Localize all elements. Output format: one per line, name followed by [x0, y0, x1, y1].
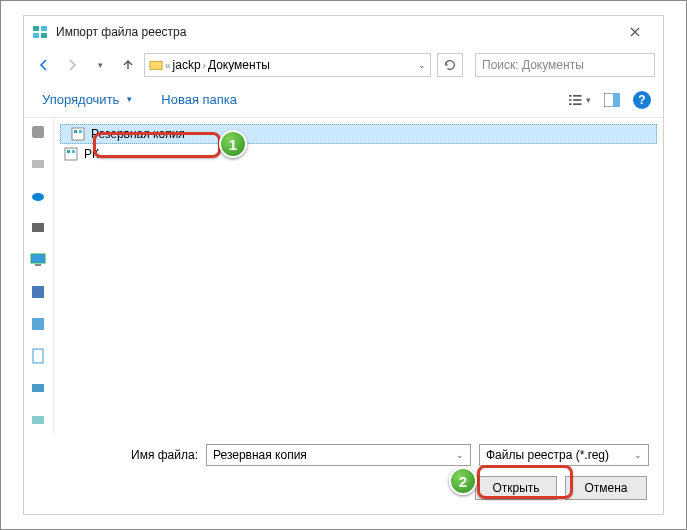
svg-rect-12 — [613, 93, 620, 107]
svg-rect-5 — [569, 95, 572, 97]
svg-rect-27 — [65, 148, 77, 160]
svg-rect-25 — [74, 130, 77, 133]
sidebar-item-onedrive[interactable] — [30, 188, 48, 206]
svg-rect-3 — [41, 33, 47, 38]
svg-rect-21 — [33, 349, 43, 363]
filename-input[interactable]: Резервная копия ⌄ — [206, 444, 471, 466]
annotation-badge: 1 — [219, 130, 247, 158]
new-folder-label: Новая папка — [161, 92, 237, 107]
svg-rect-8 — [573, 95, 581, 97]
svg-rect-17 — [31, 254, 45, 263]
new-folder-button[interactable]: Новая папка — [155, 86, 243, 114]
svg-rect-2 — [33, 33, 39, 38]
filename-value: Резервная копия — [213, 448, 307, 462]
sidebar-item-thispc[interactable] — [30, 252, 48, 270]
folder-icon — [149, 58, 163, 72]
sidebar — [24, 118, 54, 434]
sidebar-item[interactable] — [30, 380, 48, 398]
svg-rect-28 — [67, 150, 70, 153]
close-button[interactable] — [615, 18, 655, 46]
arrow-left-icon — [36, 57, 52, 73]
svg-rect-23 — [32, 416, 44, 424]
filetype-select[interactable]: Файлы реестра (*.reg) ⌄ — [479, 444, 649, 466]
svg-point-15 — [32, 193, 44, 201]
arrow-right-icon — [64, 57, 80, 73]
toolbar: Упорядочить ▼ Новая папка ▾ ? — [24, 82, 663, 118]
search-input[interactable]: Поиск: Документы — [475, 53, 655, 77]
svg-rect-13 — [32, 126, 44, 138]
file-name: Резервная копия — [91, 127, 185, 141]
sidebar-item[interactable] — [30, 348, 48, 366]
svg-rect-19 — [32, 286, 44, 298]
svg-rect-10 — [573, 103, 581, 105]
annotation-badge: 2 — [449, 467, 477, 495]
organize-button[interactable]: Упорядочить ▼ — [36, 86, 139, 114]
chevron-down-icon: ▾ — [98, 60, 103, 70]
svg-rect-22 — [32, 384, 44, 392]
chevron-down-icon: ⌄ — [634, 450, 642, 460]
sidebar-item[interactable] — [30, 156, 48, 174]
content-area: Резервная копия РК — [24, 118, 663, 434]
preview-icon — [604, 93, 620, 107]
svg-rect-14 — [32, 160, 44, 168]
breadcrumb[interactable]: « jackp › Документы ⌄ — [144, 53, 431, 77]
svg-rect-1 — [41, 26, 47, 31]
view-options-button[interactable]: ▾ — [569, 89, 591, 111]
sidebar-item[interactable] — [30, 124, 48, 142]
refresh-icon — [443, 58, 457, 72]
file-name: РК — [84, 147, 99, 161]
up-button[interactable] — [116, 53, 140, 77]
arrow-up-icon — [120, 57, 136, 73]
chevron-down-icon: ▼ — [125, 95, 133, 104]
breadcrumb-segment[interactable]: jackp — [173, 58, 201, 72]
breadcrumb-segment[interactable]: Документы — [208, 58, 270, 72]
svg-rect-26 — [79, 130, 82, 133]
svg-rect-18 — [35, 264, 41, 266]
chevron-right-icon: › — [203, 60, 206, 71]
refresh-button[interactable] — [437, 53, 463, 77]
svg-rect-7 — [569, 103, 572, 105]
sidebar-item[interactable] — [30, 220, 48, 238]
chevron-left-icon: « — [165, 60, 171, 71]
registry-icon — [32, 24, 48, 40]
svg-rect-4 — [150, 62, 162, 70]
titlebar: Импорт файла реестра — [24, 16, 663, 48]
svg-rect-9 — [573, 99, 581, 101]
search-placeholder: Поиск: Документы — [482, 58, 584, 72]
sidebar-item[interactable] — [30, 412, 48, 430]
navbar: ▾ « jackp › Документы ⌄ Поиск: Документы — [24, 48, 663, 82]
file-item[interactable]: РК — [54, 144, 663, 164]
forward-button[interactable] — [60, 53, 84, 77]
back-button[interactable] — [32, 53, 56, 77]
filetype-value: Файлы реестра (*.reg) — [486, 448, 609, 462]
open-button[interactable]: Открыть — [475, 476, 557, 500]
reg-file-icon — [71, 127, 85, 141]
svg-rect-6 — [569, 99, 572, 101]
reg-file-icon — [64, 147, 78, 161]
svg-rect-16 — [32, 223, 44, 232]
filename-label: Имя файла: — [38, 448, 198, 462]
cancel-button[interactable]: Отмена — [565, 476, 647, 500]
file-dialog: Импорт файла реестра ▾ « jackp › Докумен… — [23, 15, 664, 515]
svg-rect-20 — [32, 318, 44, 330]
list-view-icon — [569, 93, 584, 107]
recent-dropdown[interactable]: ▾ — [88, 53, 112, 77]
sidebar-item[interactable] — [30, 316, 48, 334]
footer: Имя файла: Резервная копия ⌄ Файлы реест… — [24, 434, 663, 514]
svg-rect-24 — [72, 128, 84, 140]
window-title: Импорт файла реестра — [56, 25, 615, 39]
svg-rect-29 — [72, 150, 75, 153]
organize-label: Упорядочить — [42, 92, 119, 107]
chevron-down-icon: ⌄ — [456, 450, 464, 460]
preview-pane-button[interactable] — [601, 89, 623, 111]
chevron-down-icon: ▾ — [586, 95, 591, 105]
chevron-down-icon[interactable]: ⌄ — [418, 60, 426, 70]
file-item-selected[interactable]: Резервная копия — [60, 124, 657, 144]
file-list[interactable]: Резервная копия РК — [54, 118, 663, 434]
sidebar-item[interactable] — [30, 284, 48, 302]
close-icon — [630, 27, 640, 37]
svg-rect-0 — [33, 26, 39, 31]
help-button[interactable]: ? — [633, 91, 651, 109]
